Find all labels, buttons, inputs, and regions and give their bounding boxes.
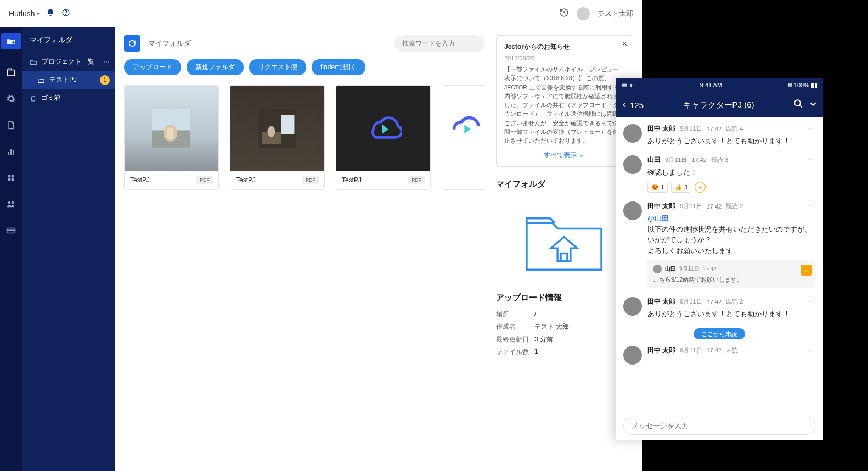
notice-title: Jectorからのお知らせ xyxy=(504,42,624,52)
back-button[interactable]: 125 xyxy=(621,100,644,110)
rail-item-folders[interactable] xyxy=(4,66,18,79)
message-more-icon[interactable]: ⋯ xyxy=(808,155,815,164)
msg-date: 9月11日 xyxy=(680,125,702,133)
reaction[interactable]: 👍 3 xyxy=(671,182,691,193)
sidebar-testpj[interactable]: テストPJ 1 xyxy=(22,71,115,89)
more-icon[interactable]: ⋯ xyxy=(103,58,110,66)
msg-date: 9月11日 xyxy=(665,156,687,164)
brand-switcher[interactable]: Hutlush ▾ xyxy=(9,9,40,18)
avatar xyxy=(623,297,642,316)
file-card-partial[interactable] xyxy=(442,85,485,190)
myfolder-heading: マイフォルダ xyxy=(496,179,632,189)
read-status: 既読 4 xyxy=(726,125,743,133)
message-more-icon[interactable]: ⋯ xyxy=(808,201,815,210)
notice-date: 2018/08/20 xyxy=(504,55,624,61)
search-icon[interactable] xyxy=(793,99,803,111)
mobile-chat-panel: ䷀ ᯤ 9:41 AM ✽ 100% ▮▮ 125 キャラクターPJ (6) 田… xyxy=(616,78,823,440)
quote-text: こちら9/12納期でお願いします。 xyxy=(653,276,810,284)
file-card[interactable]: TestPJPDF xyxy=(336,85,431,190)
user-avatar[interactable] xyxy=(577,7,590,20)
rail-item-docs[interactable] xyxy=(4,119,18,132)
chevron-down-icon[interactable] xyxy=(809,99,818,110)
chat-message: 田中 太郎9月11日17:42既読 2ありがとうございます！とても助かります！⋯ xyxy=(623,297,815,319)
avatar xyxy=(653,265,662,273)
avatar xyxy=(623,201,642,220)
file-title: TestPJ xyxy=(342,176,362,184)
message-text: 確認しました！ xyxy=(647,167,815,178)
file-tag: PDF xyxy=(196,176,213,184)
sidebar-trash[interactable]: ゴミ箱 xyxy=(22,89,115,107)
svg-rect-3 xyxy=(8,152,9,155)
svg-point-11 xyxy=(12,201,14,204)
thumbnail xyxy=(230,86,324,171)
message-input[interactable] xyxy=(623,417,815,435)
brand-name: Hutlush xyxy=(9,9,35,18)
open-finder-button[interactable]: finderで開く xyxy=(312,59,365,75)
sidebar-item-label: テストPJ xyxy=(49,75,77,85)
rail-item-settings[interactable] xyxy=(4,92,18,105)
msg-date: 9月11日 xyxy=(680,202,702,210)
back-count: 125 xyxy=(630,100,644,110)
thumbnail xyxy=(336,86,430,171)
rail-item-card[interactable] xyxy=(4,224,18,237)
new-folder-button[interactable]: 新規フォルダ xyxy=(187,59,244,75)
svg-rect-7 xyxy=(12,175,14,177)
svg-rect-9 xyxy=(12,178,14,181)
sender-name: 田中 太郎 xyxy=(647,346,675,355)
message-text: ありがとうございます！とても助かります！ xyxy=(647,136,815,147)
help-icon[interactable] xyxy=(61,8,70,19)
msg-time: 17:42 xyxy=(707,203,722,210)
msg-date: 9月11日 xyxy=(680,298,702,306)
chat-message: 田中 太郎9月11日17:42未読⋯ xyxy=(623,346,815,365)
chat-header: 125 キャラクターPJ (6) xyxy=(616,92,823,117)
file-tag: PDF xyxy=(408,176,425,184)
close-icon[interactable]: × xyxy=(622,39,627,49)
message-more-icon[interactable]: ⋯ xyxy=(808,124,815,133)
open-quote-icon[interactable]: › xyxy=(801,265,812,276)
sidebar-item-label: ゴミ箱 xyxy=(41,93,61,103)
read-status: 未読 xyxy=(726,346,738,355)
history-icon[interactable] xyxy=(559,8,569,20)
svg-rect-4 xyxy=(10,149,12,155)
avatar xyxy=(623,155,642,174)
file-card[interactable]: TestPJPDF xyxy=(124,85,219,190)
svg-point-1 xyxy=(66,14,66,14)
reaction[interactable]: 😍 1 xyxy=(647,182,668,193)
svg-point-22 xyxy=(794,100,801,106)
mention[interactable]: @山田 xyxy=(647,214,669,222)
read-status: 既読 3 xyxy=(711,156,728,164)
message-more-icon[interactable]: ⋯ xyxy=(808,346,815,355)
search-input[interactable] xyxy=(394,35,485,52)
notice-panel: Jectorからのお知らせ × 2018/08/20 【一部ファイルのサムネイル… xyxy=(496,35,632,167)
notice-expand[interactable]: すべて表示 ⌄ xyxy=(504,150,624,160)
rail-item-people[interactable] xyxy=(4,198,18,211)
info-value: テスト 太郎 xyxy=(534,322,569,332)
add-button[interactable] xyxy=(1,33,21,49)
avatar xyxy=(623,346,642,365)
request-button[interactable]: リクエスト便 xyxy=(249,59,306,75)
rail-item-analytics[interactable] xyxy=(4,145,18,158)
chat-input-bar xyxy=(616,411,823,440)
breadcrumb: マイフォルダ xyxy=(148,38,387,48)
bell-icon[interactable] xyxy=(46,8,55,19)
add-reaction-button[interactable]: ＋ xyxy=(695,182,706,193)
chat-message: 田中 太郎9月11日17:42既読 4ありがとうございます！とても助かります！⋯ xyxy=(623,124,815,147)
sidebar-project-list[interactable]: プロジェクト一覧 ⋯ xyxy=(22,53,115,71)
info-value: 3 分前 xyxy=(534,335,553,344)
msg-time: 17:42 xyxy=(707,126,722,132)
upload-info-table: 場所/ 作成者テスト 太郎 最終更新日3 分前 ファイル数1 xyxy=(496,310,632,357)
info-value: / xyxy=(534,310,536,319)
battery-indicator: ✽ 100% ▮▮ xyxy=(787,82,818,89)
upload-button[interactable]: アップロード xyxy=(124,59,181,75)
svg-point-20 xyxy=(268,126,275,137)
refresh-button[interactable] xyxy=(124,35,140,52)
file-card[interactable]: TestPJPDF xyxy=(230,85,325,190)
file-tag: PDF xyxy=(302,176,319,184)
unread-divider: ここから未読 xyxy=(623,328,815,338)
status-time: 9:41 AM xyxy=(700,82,722,88)
rail-item-apps[interactable] xyxy=(4,171,18,184)
message-more-icon[interactable]: ⋯ xyxy=(808,297,815,306)
svg-rect-18 xyxy=(281,115,295,134)
svg-rect-8 xyxy=(8,178,10,181)
quoted-message[interactable]: 山田9月11日17:42こちら9/12納期でお願いします。› xyxy=(647,260,815,288)
